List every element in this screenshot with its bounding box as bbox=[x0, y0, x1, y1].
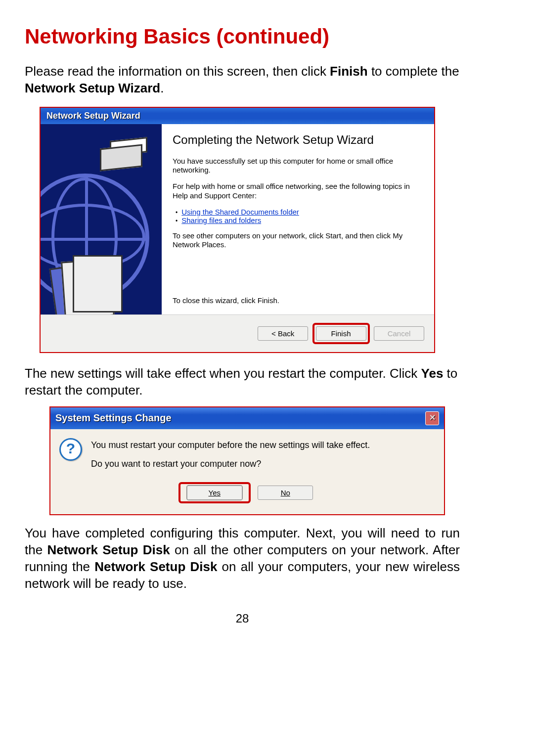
outro-b1: Network Setup Disk bbox=[47, 542, 170, 557]
documents-icon bbox=[53, 253, 122, 314]
outro-paragraph: You have completed configuring this comp… bbox=[25, 525, 460, 592]
wizard-close-text: To close this wizard, click Finish. bbox=[173, 296, 424, 305]
printer-icon bbox=[100, 136, 149, 176]
intro-mid: to complete the bbox=[368, 64, 459, 79]
wizard-dialog: Network Setup Wizard Completing the Netw… bbox=[40, 107, 435, 354]
wizard-para-network-places: To see other computers on your network, … bbox=[173, 231, 424, 250]
no-button[interactable]: No bbox=[258, 486, 313, 500]
wizard-button-bar: < Back Finish Cancel bbox=[41, 314, 434, 352]
intro-bold-nsw: Network Setup Wizard bbox=[25, 81, 160, 95]
alert-text: You must restart your computer before th… bbox=[91, 438, 370, 472]
alert-buttons: Yes No bbox=[59, 482, 435, 503]
restart-pre: The new settings will take effect when y… bbox=[25, 366, 421, 381]
wizard-content: Completing the Network Setup Wizard You … bbox=[162, 124, 434, 315]
link-sharing-files[interactable]: Sharing files and folders bbox=[181, 216, 261, 224]
wizard-heading: Completing the Network Setup Wizard bbox=[173, 133, 424, 147]
wizard-help-links: Using the Shared Documents folder Sharin… bbox=[176, 208, 424, 224]
question-icon: ? bbox=[59, 438, 82, 461]
restart-bold-yes: Yes bbox=[421, 366, 444, 381]
system-settings-dialog: System Settings Change ✕ ? You must rest… bbox=[49, 406, 445, 516]
intro-bold-finish: Finish bbox=[330, 64, 368, 79]
intro-paragraph: Please read the information on this scre… bbox=[25, 63, 460, 97]
page-number: 28 bbox=[25, 612, 460, 625]
cancel-button: Cancel bbox=[374, 326, 424, 341]
alert-title: System Settings Change bbox=[55, 412, 172, 424]
alert-titlebar: System Settings Change ✕ bbox=[50, 407, 444, 429]
wizard-titlebar: Network Setup Wizard bbox=[41, 108, 434, 124]
finish-button[interactable]: Finish bbox=[316, 326, 366, 341]
restart-paragraph: The new settings will take effect when y… bbox=[25, 365, 460, 399]
link-shared-documents[interactable]: Using the Shared Documents folder bbox=[181, 208, 299, 216]
finish-button-highlight: Finish bbox=[312, 323, 370, 344]
wizard-body: Completing the Network Setup Wizard You … bbox=[41, 124, 434, 315]
yes-button-highlight: Yes bbox=[178, 482, 251, 503]
alert-line2: Do you want to restart your computer now… bbox=[91, 457, 370, 471]
back-button[interactable]: < Back bbox=[258, 326, 308, 341]
intro-pre: Please read the information on this scre… bbox=[25, 64, 330, 79]
alert-body: ? You must restart your computer before … bbox=[50, 429, 444, 515]
alert-line1: You must restart your computer before th… bbox=[91, 438, 370, 452]
intro-post: . bbox=[160, 81, 164, 95]
wizard-para-help: For help with home or small office netwo… bbox=[173, 182, 424, 201]
yes-button[interactable]: Yes bbox=[187, 486, 242, 500]
page-title: Networking Basics (continued) bbox=[25, 25, 460, 48]
close-icon[interactable]: ✕ bbox=[425, 411, 439, 425]
outro-b2: Network Setup Disk bbox=[94, 559, 217, 574]
wizard-sidebar-image bbox=[41, 124, 162, 315]
wizard-para-success: You have successfully set up this comput… bbox=[173, 157, 424, 176]
